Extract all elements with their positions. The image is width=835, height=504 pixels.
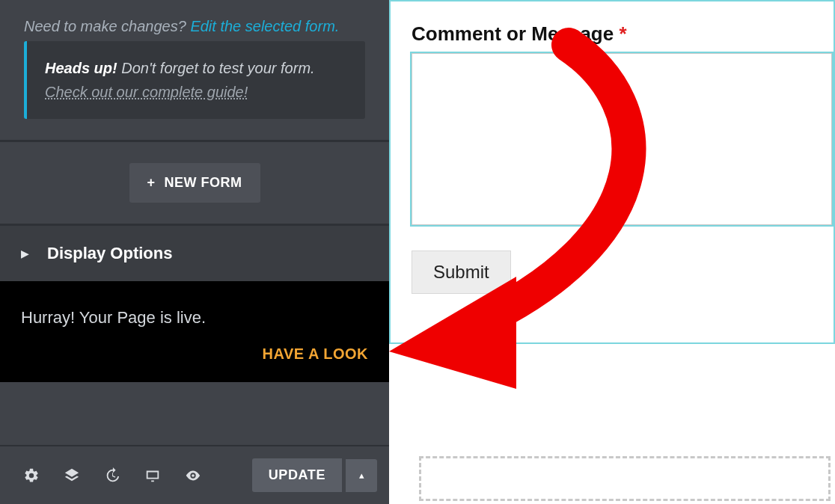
- edit-notice-text: Need to make changes?: [24, 18, 190, 34]
- notification-message: Hurray! Your Page is live.: [21, 308, 368, 328]
- responsive-icon[interactable]: [133, 460, 172, 491]
- history-icon[interactable]: [93, 460, 132, 491]
- heads-up-callout: Heads up! Don't forget to test your form…: [24, 41, 365, 119]
- form-preview: Comment or Message * Submit: [389, 0, 835, 504]
- publish-notification: Hurray! Your Page is live. HAVE A LOOK: [0, 281, 389, 382]
- new-form-label: NEW FORM: [165, 175, 242, 191]
- field-label: Comment or Message *: [412, 0, 835, 46]
- settings-icon[interactable]: [12, 460, 51, 491]
- display-options-toggle[interactable]: ▶ Display Options: [0, 226, 389, 281]
- preview-icon[interactable]: [174, 460, 212, 491]
- update-options-button[interactable]: ▴: [346, 459, 377, 492]
- layers-icon[interactable]: [52, 460, 91, 491]
- heads-up-body: Don't forget to test your form.: [121, 60, 314, 76]
- field-label-text: Comment or Message: [412, 22, 619, 45]
- comment-textarea[interactable]: [412, 53, 832, 225]
- bottom-toolbar: UPDATE ▴: [0, 445, 389, 504]
- update-button[interactable]: UPDATE: [252, 458, 342, 492]
- new-form-button[interactable]: + NEW FORM: [129, 163, 260, 203]
- submit-button[interactable]: Submit: [412, 251, 511, 294]
- edit-notice: Need to make changes? Edit the selected …: [0, 0, 389, 41]
- triangle-right-icon: ▶: [21, 248, 29, 259]
- caret-up-icon: ▴: [359, 470, 364, 481]
- heads-up-label: Heads up!: [45, 60, 117, 76]
- required-asterisk: *: [619, 22, 626, 45]
- drop-zone-placeholder[interactable]: [419, 456, 831, 501]
- edit-form-link[interactable]: Edit the selected form.: [190, 18, 339, 34]
- guide-link[interactable]: Check out our complete guide!: [45, 84, 248, 100]
- display-options-label: Display Options: [47, 244, 172, 263]
- plus-icon: +: [147, 175, 156, 191]
- editor-sidebar: Need to make changes? Edit the selected …: [0, 0, 389, 504]
- have-a-look-link[interactable]: HAVE A LOOK: [263, 345, 368, 362]
